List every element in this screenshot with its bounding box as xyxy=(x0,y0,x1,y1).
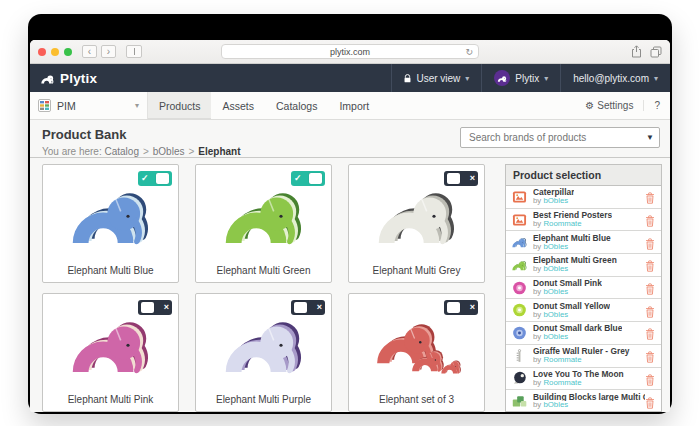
trash-icon[interactable] xyxy=(645,190,656,203)
product-image xyxy=(216,310,312,378)
subnav-tabs: ProductsAssetsCatalogsImport xyxy=(148,92,380,119)
trash-icon[interactable] xyxy=(645,236,656,249)
trash-icon[interactable] xyxy=(645,304,656,317)
by-label: by xyxy=(533,219,541,228)
product-select-toggle[interactable]: ✓ xyxy=(138,171,172,186)
brand-link[interactable]: bObles xyxy=(543,310,568,319)
toggle-state-icon: ✓ xyxy=(294,174,302,183)
back-button[interactable]: ‹ xyxy=(82,45,97,58)
selection-list-item[interactable]: Giraffe Wall Ruler - Grey by Roommate xyxy=(506,345,661,368)
brand-link[interactable]: bObles xyxy=(543,287,568,296)
product-select-toggle[interactable]: × xyxy=(138,300,172,315)
poster-icon xyxy=(511,213,528,227)
app-switcher-dropdown[interactable]: PIM ▾ xyxy=(30,92,148,119)
selection-list-item[interactable]: Elephant Multi Blue by bObles xyxy=(506,231,661,254)
brand-link[interactable]: bObles xyxy=(543,196,568,205)
brand-link[interactable]: bObles xyxy=(543,400,568,409)
tab-catalogs[interactable]: Catalogs xyxy=(265,92,328,119)
by-label: by xyxy=(533,264,541,273)
settings-button[interactable]: ⚙ Settings xyxy=(585,100,644,111)
selection-list-item[interactable]: Best Friend Posters by Roommate xyxy=(506,209,661,232)
account-dropdown[interactable]: Plytix ▾ xyxy=(481,64,560,92)
reload-icon[interactable]: ↻ xyxy=(465,45,473,59)
user-view-dropdown[interactable]: User view ▾ xyxy=(391,64,481,92)
product-select-toggle[interactable]: × xyxy=(444,300,478,315)
app-name: PIM xyxy=(57,100,76,112)
brand-link[interactable]: bObles xyxy=(543,242,568,251)
plytix-logo[interactable]: Plytix xyxy=(40,71,97,86)
product-thumbnail xyxy=(510,280,528,295)
selection-list-item[interactable]: Elephant Multi Green by bObles xyxy=(506,254,661,277)
product-image xyxy=(369,181,465,249)
page: ‹ › plytix.com ↻ xyxy=(0,0,700,426)
chevron-down-icon: ▾ xyxy=(654,74,658,83)
forward-button[interactable]: › xyxy=(101,45,116,58)
device-frame: ‹ › plytix.com ↻ xyxy=(28,14,672,414)
address-bar[interactable]: plytix.com ↻ xyxy=(221,44,479,59)
product-name: Elephant Multi Grey xyxy=(349,265,484,276)
product-card[interactable]: × Elephant Multi Pink xyxy=(42,293,179,412)
tabs-icon[interactable] xyxy=(650,46,662,58)
product-thumbnail xyxy=(510,394,528,409)
by-label: by xyxy=(533,400,541,409)
product-card[interactable]: ✓ Elephant Multi Blue xyxy=(42,164,179,283)
selection-list-item[interactable]: Love You To The Moon by Roommate xyxy=(506,368,661,391)
product-select-toggle[interactable]: × xyxy=(291,300,325,315)
breadcrumb-separator: > xyxy=(188,146,194,157)
selection-list-item[interactable]: Donut Small dark Blue by bObles xyxy=(506,322,661,345)
brand-link[interactable]: bObles xyxy=(543,332,568,341)
user-email-dropdown[interactable]: hello@plytix.com ▾ xyxy=(560,64,670,92)
brand-search-combobox: ▼ xyxy=(460,127,660,148)
product-thumbnail xyxy=(510,371,528,386)
product-select-toggle[interactable]: × xyxy=(444,171,478,186)
product-image xyxy=(63,181,159,249)
product-thumbnail xyxy=(510,348,528,363)
trash-icon[interactable] xyxy=(645,281,656,294)
toggle-knob xyxy=(141,302,154,313)
brand-link[interactable]: Roommate xyxy=(543,219,581,228)
minimize-button[interactable] xyxy=(51,48,59,56)
product-name: Elephant Multi Blue xyxy=(43,265,178,276)
tab-assets[interactable]: Assets xyxy=(211,92,265,119)
donut-icon xyxy=(511,326,528,340)
product-card[interactable]: × Elephant set of 3 xyxy=(348,293,485,412)
by-label: by xyxy=(533,378,541,387)
product-card[interactable]: × Elephant Multi Grey xyxy=(348,164,485,283)
zoom-button[interactable] xyxy=(64,48,72,56)
product-thumbnail xyxy=(510,257,528,272)
trash-icon[interactable] xyxy=(645,349,656,362)
selection-list-item[interactable]: Caterpillar by bObles xyxy=(506,186,661,209)
breadcrumb-prefix: You are here: xyxy=(42,146,102,157)
product-card[interactable]: ✓ Elephant Multi Green xyxy=(195,164,332,283)
search-input[interactable] xyxy=(460,127,660,148)
product-card[interactable]: × Elephant Multi Purple xyxy=(195,293,332,412)
trash-icon[interactable] xyxy=(645,258,656,271)
brand-link[interactable]: Roommate xyxy=(543,355,581,364)
product-select-toggle[interactable]: ✓ xyxy=(291,171,325,186)
by-label: by xyxy=(533,287,541,296)
blocks-icon xyxy=(511,394,528,408)
product-thumbnail xyxy=(510,325,528,340)
share-icon[interactable] xyxy=(631,45,642,58)
brand-link[interactable]: bObles xyxy=(543,264,568,273)
breadcrumb-segment[interactable]: Catalog xyxy=(104,146,138,157)
account-avatar xyxy=(494,70,510,86)
toggle-state-icon: × xyxy=(164,303,169,312)
breadcrumb-segment[interactable]: bObles xyxy=(153,146,185,157)
trash-icon[interactable] xyxy=(645,395,656,408)
trash-icon[interactable] xyxy=(645,372,656,385)
elephant-icon xyxy=(511,258,528,272)
tab-products[interactable]: Products xyxy=(148,92,211,119)
selection-list-item[interactable]: Donut Small Yellow by bObles xyxy=(506,299,661,322)
avatar-elephant-icon xyxy=(497,74,508,83)
trash-icon[interactable] xyxy=(645,213,656,226)
brand-link[interactable]: Roommate xyxy=(543,378,581,387)
selection-list-item[interactable]: Building Blocks large Multi Green by bOb… xyxy=(506,390,661,412)
help-button[interactable]: ? xyxy=(644,100,660,111)
trash-icon[interactable] xyxy=(645,326,656,339)
sidebar-toggle-icon[interactable] xyxy=(126,45,142,58)
close-button[interactable] xyxy=(38,48,46,56)
gear-icon: ⚙ xyxy=(585,100,594,111)
tab-import[interactable]: Import xyxy=(328,92,380,119)
selection-list-item[interactable]: Donut Small Pink by bObles xyxy=(506,277,661,300)
